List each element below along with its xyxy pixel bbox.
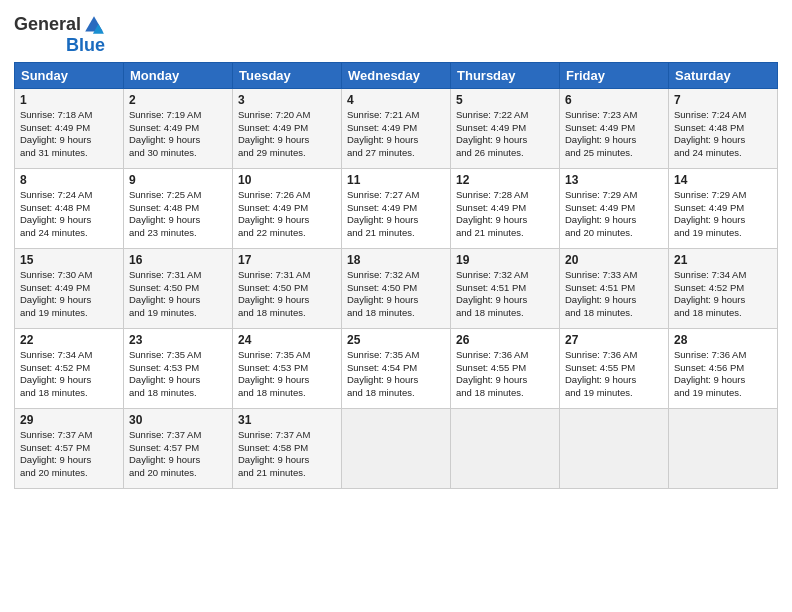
calendar-cell: 27Sunrise: 7:36 AMSunset: 4:55 PMDayligh… [560, 328, 669, 408]
day-number: 28 [674, 333, 772, 347]
day-number: 7 [674, 93, 772, 107]
calendar-cell [560, 408, 669, 488]
day-number: 23 [129, 333, 227, 347]
calendar-cell [669, 408, 778, 488]
cell-text: Sunrise: 7:31 AMSunset: 4:50 PMDaylight:… [129, 269, 227, 320]
logo-icon [83, 14, 105, 36]
cell-text: Sunrise: 7:24 AMSunset: 4:48 PMDaylight:… [674, 109, 772, 160]
logo-blue: Blue [66, 36, 105, 56]
calendar-cell: 9Sunrise: 7:25 AMSunset: 4:48 PMDaylight… [124, 168, 233, 248]
calendar-cell: 5Sunrise: 7:22 AMSunset: 4:49 PMDaylight… [451, 88, 560, 168]
calendar-cell: 29Sunrise: 7:37 AMSunset: 4:57 PMDayligh… [15, 408, 124, 488]
day-number: 27 [565, 333, 663, 347]
cell-text: Sunrise: 7:20 AMSunset: 4:49 PMDaylight:… [238, 109, 336, 160]
calendar-cell: 2Sunrise: 7:19 AMSunset: 4:49 PMDaylight… [124, 88, 233, 168]
day-number: 22 [20, 333, 118, 347]
header: General Blue [14, 10, 778, 56]
calendar-cell: 3Sunrise: 7:20 AMSunset: 4:49 PMDaylight… [233, 88, 342, 168]
calendar-cell: 20Sunrise: 7:33 AMSunset: 4:51 PMDayligh… [560, 248, 669, 328]
day-number: 8 [20, 173, 118, 187]
weekday-header-thursday: Thursday [451, 62, 560, 88]
cell-text: Sunrise: 7:35 AMSunset: 4:53 PMDaylight:… [238, 349, 336, 400]
cell-text: Sunrise: 7:32 AMSunset: 4:50 PMDaylight:… [347, 269, 445, 320]
cell-text: Sunrise: 7:19 AMSunset: 4:49 PMDaylight:… [129, 109, 227, 160]
calendar-table: SundayMondayTuesdayWednesdayThursdayFrid… [14, 62, 778, 489]
calendar-cell: 21Sunrise: 7:34 AMSunset: 4:52 PMDayligh… [669, 248, 778, 328]
day-number: 18 [347, 253, 445, 267]
cell-text: Sunrise: 7:29 AMSunset: 4:49 PMDaylight:… [674, 189, 772, 240]
cell-text: Sunrise: 7:22 AMSunset: 4:49 PMDaylight:… [456, 109, 554, 160]
weekday-header-wednesday: Wednesday [342, 62, 451, 88]
cell-text: Sunrise: 7:36 AMSunset: 4:55 PMDaylight:… [565, 349, 663, 400]
day-number: 12 [456, 173, 554, 187]
day-number: 21 [674, 253, 772, 267]
day-number: 17 [238, 253, 336, 267]
calendar-cell: 8Sunrise: 7:24 AMSunset: 4:48 PMDaylight… [15, 168, 124, 248]
day-number: 30 [129, 413, 227, 427]
day-number: 4 [347, 93, 445, 107]
cell-text: Sunrise: 7:24 AMSunset: 4:48 PMDaylight:… [20, 189, 118, 240]
calendar-cell: 12Sunrise: 7:28 AMSunset: 4:49 PMDayligh… [451, 168, 560, 248]
day-number: 24 [238, 333, 336, 347]
cell-text: Sunrise: 7:23 AMSunset: 4:49 PMDaylight:… [565, 109, 663, 160]
logo-general: General [14, 15, 81, 35]
calendar-cell: 6Sunrise: 7:23 AMSunset: 4:49 PMDaylight… [560, 88, 669, 168]
cell-text: Sunrise: 7:34 AMSunset: 4:52 PMDaylight:… [20, 349, 118, 400]
cell-text: Sunrise: 7:37 AMSunset: 4:57 PMDaylight:… [20, 429, 118, 480]
day-number: 31 [238, 413, 336, 427]
day-number: 20 [565, 253, 663, 267]
cell-text: Sunrise: 7:26 AMSunset: 4:49 PMDaylight:… [238, 189, 336, 240]
weekday-header-friday: Friday [560, 62, 669, 88]
day-number: 16 [129, 253, 227, 267]
calendar-cell: 17Sunrise: 7:31 AMSunset: 4:50 PMDayligh… [233, 248, 342, 328]
day-number: 29 [20, 413, 118, 427]
cell-text: Sunrise: 7:28 AMSunset: 4:49 PMDaylight:… [456, 189, 554, 240]
day-number: 6 [565, 93, 663, 107]
calendar-cell: 28Sunrise: 7:36 AMSunset: 4:56 PMDayligh… [669, 328, 778, 408]
calendar-cell [342, 408, 451, 488]
day-number: 2 [129, 93, 227, 107]
calendar-cell: 1Sunrise: 7:18 AMSunset: 4:49 PMDaylight… [15, 88, 124, 168]
cell-text: Sunrise: 7:25 AMSunset: 4:48 PMDaylight:… [129, 189, 227, 240]
day-number: 3 [238, 93, 336, 107]
cell-text: Sunrise: 7:21 AMSunset: 4:49 PMDaylight:… [347, 109, 445, 160]
day-number: 5 [456, 93, 554, 107]
calendar-cell [451, 408, 560, 488]
calendar-cell: 11Sunrise: 7:27 AMSunset: 4:49 PMDayligh… [342, 168, 451, 248]
day-number: 19 [456, 253, 554, 267]
cell-text: Sunrise: 7:30 AMSunset: 4:49 PMDaylight:… [20, 269, 118, 320]
calendar-cell: 18Sunrise: 7:32 AMSunset: 4:50 PMDayligh… [342, 248, 451, 328]
calendar-cell: 31Sunrise: 7:37 AMSunset: 4:58 PMDayligh… [233, 408, 342, 488]
day-number: 14 [674, 173, 772, 187]
logo: General Blue [14, 14, 105, 56]
day-number: 13 [565, 173, 663, 187]
calendar-cell: 19Sunrise: 7:32 AMSunset: 4:51 PMDayligh… [451, 248, 560, 328]
cell-text: Sunrise: 7:36 AMSunset: 4:55 PMDaylight:… [456, 349, 554, 400]
cell-text: Sunrise: 7:35 AMSunset: 4:54 PMDaylight:… [347, 349, 445, 400]
calendar-cell: 24Sunrise: 7:35 AMSunset: 4:53 PMDayligh… [233, 328, 342, 408]
calendar-cell: 7Sunrise: 7:24 AMSunset: 4:48 PMDaylight… [669, 88, 778, 168]
cell-text: Sunrise: 7:31 AMSunset: 4:50 PMDaylight:… [238, 269, 336, 320]
cell-text: Sunrise: 7:37 AMSunset: 4:57 PMDaylight:… [129, 429, 227, 480]
cell-text: Sunrise: 7:35 AMSunset: 4:53 PMDaylight:… [129, 349, 227, 400]
cell-text: Sunrise: 7:27 AMSunset: 4:49 PMDaylight:… [347, 189, 445, 240]
cell-text: Sunrise: 7:37 AMSunset: 4:58 PMDaylight:… [238, 429, 336, 480]
calendar-cell: 15Sunrise: 7:30 AMSunset: 4:49 PMDayligh… [15, 248, 124, 328]
cell-text: Sunrise: 7:34 AMSunset: 4:52 PMDaylight:… [674, 269, 772, 320]
calendar-cell: 16Sunrise: 7:31 AMSunset: 4:50 PMDayligh… [124, 248, 233, 328]
day-number: 10 [238, 173, 336, 187]
calendar-cell: 26Sunrise: 7:36 AMSunset: 4:55 PMDayligh… [451, 328, 560, 408]
day-number: 11 [347, 173, 445, 187]
calendar-cell: 30Sunrise: 7:37 AMSunset: 4:57 PMDayligh… [124, 408, 233, 488]
day-number: 9 [129, 173, 227, 187]
weekday-header-saturday: Saturday [669, 62, 778, 88]
cell-text: Sunrise: 7:18 AMSunset: 4:49 PMDaylight:… [20, 109, 118, 160]
page: General Blue SundayMondayTuesdayWednesda… [0, 0, 792, 612]
cell-text: Sunrise: 7:36 AMSunset: 4:56 PMDaylight:… [674, 349, 772, 400]
cell-text: Sunrise: 7:32 AMSunset: 4:51 PMDaylight:… [456, 269, 554, 320]
day-number: 25 [347, 333, 445, 347]
weekday-header-sunday: Sunday [15, 62, 124, 88]
calendar-cell: 10Sunrise: 7:26 AMSunset: 4:49 PMDayligh… [233, 168, 342, 248]
calendar-cell: 4Sunrise: 7:21 AMSunset: 4:49 PMDaylight… [342, 88, 451, 168]
day-number: 15 [20, 253, 118, 267]
